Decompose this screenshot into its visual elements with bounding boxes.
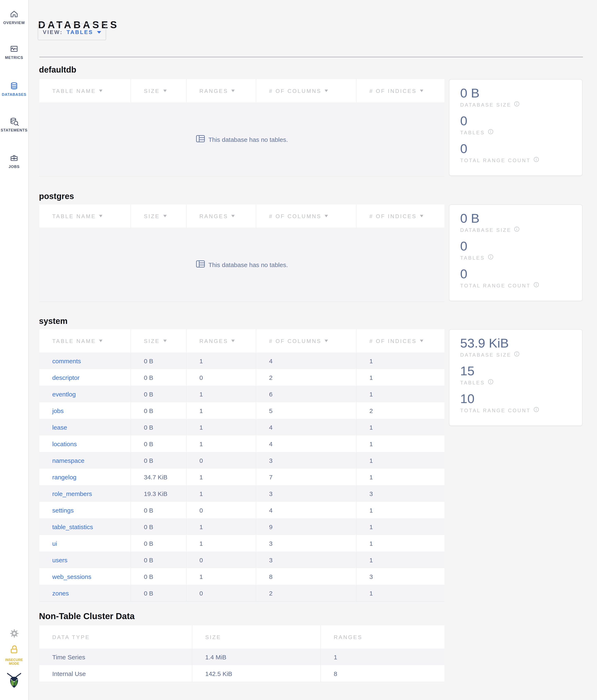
- cell-table-name: lease: [40, 419, 131, 435]
- db-heading-defaultdb: defaultdb: [39, 65, 76, 74]
- cell-table-name: web_sessions: [40, 568, 131, 585]
- column-header-ranges[interactable]: RANGES: [186, 329, 256, 352]
- table-name-link[interactable]: rangelog: [52, 473, 77, 480]
- column-header-of-indices[interactable]: # OF INDICES: [356, 204, 444, 228]
- column-header-label: RANGES: [200, 88, 228, 94]
- cell-table-name: ui: [40, 535, 131, 552]
- view-mode-dropdown[interactable]: VIEW: TABLES: [38, 24, 106, 40]
- sidebar-item-statements[interactable]: STATEMENTS: [0, 117, 28, 132]
- cell-of-columns: 4: [256, 502, 356, 518]
- table-icon: [196, 260, 205, 269]
- column-header-of-columns[interactable]: # OF COLUMNS: [256, 329, 356, 352]
- table-name-link[interactable]: role_members: [52, 490, 92, 497]
- cell-of-columns: 2: [256, 369, 356, 386]
- column-header-table-name[interactable]: TABLE NAME: [40, 329, 131, 352]
- stat-database-size: 53.9 KiBDATABASE SIZE: [460, 336, 571, 358]
- table-name-link[interactable]: jobs: [52, 407, 63, 414]
- sidebar-item-overview[interactable]: OVERVIEW: [0, 9, 28, 25]
- column-header-table-name[interactable]: TABLE NAME: [40, 79, 131, 102]
- sidebar-item-metrics[interactable]: METRICS: [0, 44, 28, 60]
- table-row: web_sessions0 B183: [40, 568, 444, 585]
- info-icon[interactable]: [534, 282, 539, 289]
- sort-caret-icon: [420, 215, 423, 217]
- stat-value: 15: [460, 364, 571, 378]
- sort-caret-icon: [163, 215, 166, 217]
- cell-of-indices: 2: [356, 402, 444, 419]
- table-name-link[interactable]: comments: [52, 357, 81, 364]
- cell-ranges: 1: [186, 469, 256, 485]
- info-icon[interactable]: [488, 129, 493, 136]
- db-table-system: TABLE NAMESIZERANGES# OF COLUMNS# OF IND…: [40, 329, 444, 602]
- table-name-link[interactable]: web_sessions: [52, 573, 91, 580]
- info-icon[interactable]: [514, 101, 520, 108]
- table-row: namespace0 B031: [40, 452, 444, 469]
- table-name-link[interactable]: namespace: [52, 457, 84, 464]
- table-name-link[interactable]: settings: [52, 506, 74, 514]
- sort-caret-icon: [99, 90, 103, 92]
- sort-caret-icon: [232, 90, 235, 92]
- table-row: role_members19.3 KiB133: [40, 485, 444, 502]
- table-name-link[interactable]: zones: [52, 590, 69, 597]
- cell-ranges: 0: [186, 585, 256, 601]
- table-name-link[interactable]: table_statistics: [52, 523, 93, 530]
- column-header-ranges[interactable]: RANGES: [186, 79, 256, 102]
- info-icon[interactable]: [514, 351, 520, 358]
- non-table-cluster-table: DATA TYPESIZERANGESTime Series1.4 MiB1In…: [40, 625, 444, 682]
- cell-size: 0 B: [131, 518, 186, 535]
- stat-tables: 0TABLES: [460, 114, 571, 136]
- table-name-link[interactable]: lease: [52, 424, 67, 431]
- column-header-of-columns[interactable]: # OF COLUMNS: [256, 79, 356, 102]
- cell-size: 34.7 KiB: [131, 469, 186, 485]
- table-name-link[interactable]: ui: [52, 540, 57, 547]
- column-header-of-indices[interactable]: # OF INDICES: [356, 79, 444, 102]
- column-header-of-columns[interactable]: # OF COLUMNS: [256, 204, 356, 228]
- cell-of-columns: 8: [256, 568, 356, 585]
- column-header-label: TABLE NAME: [52, 88, 96, 94]
- table-name-link[interactable]: descriptor: [52, 374, 80, 381]
- sidebar-item-jobs[interactable]: JOBS: [0, 153, 28, 169]
- info-icon[interactable]: [488, 379, 493, 386]
- column-header-ranges[interactable]: RANGES: [186, 204, 256, 228]
- cell-table-name: settings: [40, 502, 131, 518]
- empty-state: This database has no tables.: [40, 228, 444, 301]
- main-content: DATABASES VIEW: TABLES defaultdbTABLE NA…: [29, 0, 597, 700]
- insecure-mode-lock-icon[interactable]: [0, 645, 28, 654]
- table-row: comments0 B141: [40, 352, 444, 369]
- cockroachdb-logo: [0, 671, 28, 689]
- settings-gear-icon[interactable]: [0, 629, 28, 638]
- info-icon[interactable]: [534, 407, 539, 414]
- table-header-row: TABLE NAMESIZERANGES# OF COLUMNS# OF IND…: [40, 79, 444, 102]
- empty-state-message: This database has no tables.: [208, 261, 288, 268]
- stat-database-size: 0 BDATABASE SIZE: [460, 211, 571, 233]
- table-row: users0 B031: [40, 552, 444, 568]
- table-name-link[interactable]: users: [52, 556, 68, 564]
- cell-of-columns: 3: [256, 452, 356, 469]
- cell-of-columns: 5: [256, 402, 356, 419]
- sort-caret-icon: [99, 215, 103, 217]
- cell-of-indices: 1: [356, 518, 444, 535]
- stat-label: TABLES: [460, 379, 571, 386]
- stat-total-range-count: 0TOTAL RANGE COUNT: [460, 267, 571, 289]
- column-header-size[interactable]: SIZE: [131, 329, 186, 352]
- stat-label-text: TOTAL RANGE COUNT: [460, 407, 531, 414]
- cell-size: 0 B: [131, 386, 186, 402]
- stat-label: TOTAL RANGE COUNT: [460, 407, 571, 414]
- column-header-size[interactable]: SIZE: [131, 79, 186, 102]
- cell-of-indices: 1: [356, 502, 444, 518]
- info-icon[interactable]: [534, 157, 539, 164]
- table-name-link[interactable]: eventlog: [52, 391, 76, 398]
- chevron-down-icon: [97, 31, 101, 33]
- info-icon[interactable]: [514, 226, 520, 233]
- info-icon[interactable]: [488, 254, 493, 261]
- column-header-ranges: RANGES: [320, 625, 444, 649]
- sidebar-item-databases[interactable]: DATABASES: [0, 81, 28, 97]
- sort-caret-icon: [420, 340, 423, 342]
- stat-tables: 0TABLES: [460, 239, 571, 261]
- table-header-row: DATA TYPESIZERANGES: [40, 625, 444, 649]
- column-header-table-name[interactable]: TABLE NAME: [40, 204, 131, 228]
- column-header-size[interactable]: SIZE: [131, 204, 186, 228]
- sort-caret-icon: [163, 90, 166, 92]
- cell-of-indices: 3: [356, 485, 444, 502]
- table-name-link[interactable]: locations: [52, 440, 77, 447]
- column-header-of-indices[interactable]: # OF INDICES: [356, 329, 444, 352]
